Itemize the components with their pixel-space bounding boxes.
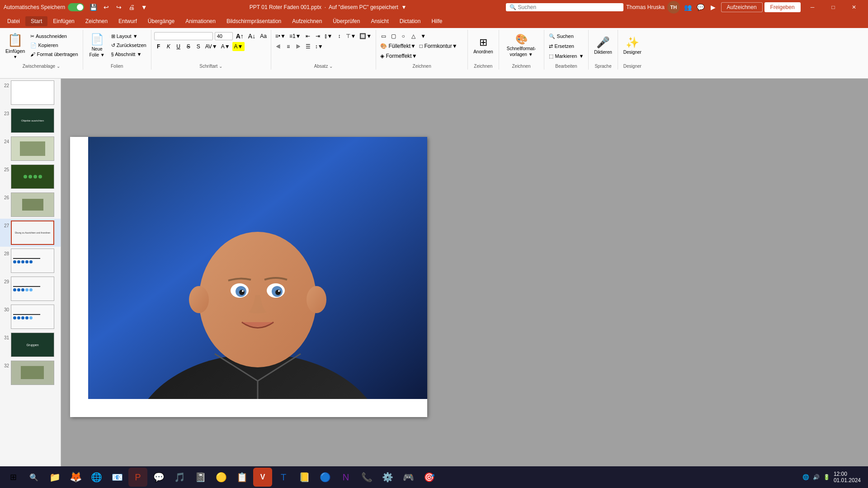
- text-align-top-button[interactable]: ⊤▼: [344, 32, 357, 41]
- game-button[interactable]: 🎮: [399, 468, 418, 487]
- undo-icon[interactable]: ↩: [100, 1, 113, 14]
- music-button[interactable]: 🎵: [170, 468, 189, 487]
- strikethrough-button[interactable]: S: [184, 42, 193, 51]
- markieren-button[interactable]: ⬚ Markieren ▼: [547, 52, 586, 61]
- clipboard-taskbar-button[interactable]: 📋: [232, 468, 251, 487]
- ersetzen-button[interactable]: ⇄ Ersetzen: [547, 42, 576, 51]
- increase-indent-button[interactable]: ⇥: [313, 32, 322, 41]
- start-button[interactable]: ⊞: [4, 468, 23, 487]
- menu-bildschirm[interactable]: Bildschirmpräsentation: [221, 16, 287, 26]
- menu-uebergaenge[interactable]: Übergänge: [142, 16, 180, 26]
- formkontur-button[interactable]: □ Formkontur▼: [418, 42, 459, 51]
- shape-more-button[interactable]: ▼: [419, 32, 428, 41]
- minimize-button[interactable]: ─: [802, 0, 823, 14]
- menu-hilfe[interactable]: Hilfe: [426, 16, 448, 26]
- menu-aufzeichnen[interactable]: Aufzeichnen: [287, 16, 327, 26]
- onenote-button[interactable]: N: [336, 468, 355, 487]
- menu-start[interactable]: Start: [25, 16, 47, 26]
- search-box[interactable]: 🔍: [506, 3, 623, 11]
- highlight-button[interactable]: A▼: [232, 42, 245, 51]
- settings-taskbar-button[interactable]: ⚙️: [378, 468, 397, 487]
- decrease-font-button[interactable]: A↓: [247, 32, 257, 41]
- slide-item-31[interactable]: 31 Gruppen: [0, 331, 61, 359]
- present-icon[interactable]: ▶: [707, 1, 719, 14]
- slide-panel[interactable]: 22 23 Objekte ausrichten 24 25: [0, 79, 61, 475]
- slide-item-28[interactable]: 28: [0, 247, 61, 275]
- underline-button[interactable]: U: [174, 42, 183, 51]
- align-left-button[interactable]: ⫷: [274, 42, 283, 51]
- formeffekt-button[interactable]: ◈ Formeffekt▼: [379, 52, 418, 61]
- comments-icon[interactable]: 💬: [694, 1, 707, 14]
- chrome-button[interactable]: 🌐: [87, 468, 106, 487]
- designer-button[interactable]: ✨ Designer: [621, 32, 644, 59]
- columns-button[interactable]: ⫿▼: [323, 32, 334, 41]
- app3-button[interactable]: 📒: [295, 468, 314, 487]
- align-right-button[interactable]: ⫸: [294, 42, 303, 51]
- maximize-button[interactable]: □: [823, 0, 844, 14]
- line-spacing-button[interactable]: ↕▼: [314, 42, 325, 51]
- canvas-area[interactable]: Übung zu Aus: [61, 79, 868, 475]
- shadow-button[interactable]: S: [194, 42, 203, 51]
- chat-button[interactable]: 💬: [149, 468, 168, 487]
- anordnen-button[interactable]: ⊞ Anordnen: [471, 32, 495, 59]
- files-button[interactable]: 📁: [45, 468, 64, 487]
- bold-button[interactable]: F: [154, 42, 163, 51]
- font-size-input[interactable]: [215, 32, 233, 40]
- align-center-button[interactable]: ≡: [284, 42, 293, 51]
- slide-item-25[interactable]: 25: [0, 163, 61, 191]
- shape-rect-button[interactable]: ▭: [379, 32, 388, 41]
- aufzeichnen-button[interactable]: Aufzeichnen: [721, 2, 763, 12]
- justify-button[interactable]: ☰: [304, 42, 313, 51]
- smartart-button[interactable]: 🔲▼: [358, 32, 373, 41]
- print-icon[interactable]: 🖨: [125, 1, 138, 14]
- firefox-button[interactable]: 🦊: [66, 468, 85, 487]
- slide-item-32[interactable]: 32: [0, 359, 61, 387]
- increase-font-button[interactable]: A↑: [235, 32, 245, 41]
- suchen-button[interactable]: 🔍 Suchen: [547, 32, 576, 41]
- shape-rounded-button[interactable]: ▢: [389, 32, 398, 41]
- powerpoint-button[interactable]: P: [128, 468, 147, 487]
- neue-folie-button[interactable]: 📄 Neue Folie ▼: [86, 32, 108, 59]
- slide-item-30[interactable]: 30: [0, 303, 61, 331]
- fuelleffekt-button[interactable]: 🎨 Fülleffekt▼: [379, 42, 417, 51]
- phone-button[interactable]: 📞: [357, 468, 376, 487]
- schnellformat-button[interactable]: 🎨 Schnellformat- vorlagen ▼: [504, 32, 538, 59]
- numbering-button[interactable]: ≡1▼: [288, 32, 302, 41]
- zuruecksetzen-button[interactable]: ↺ Zurücksetzen: [109, 41, 148, 50]
- slide-item-23[interactable]: 23 Objekte ausrichten: [0, 107, 61, 135]
- kopieren-button[interactable]: 📄 Kopieren: [28, 41, 80, 50]
- ausschneiden-button[interactable]: ✂ Ausschneiden: [28, 32, 80, 41]
- notes-taskbar-button[interactable]: 📓: [191, 468, 210, 487]
- font-name-input[interactable]: [154, 32, 213, 40]
- menu-zeichnen[interactable]: Zeichnen: [80, 16, 113, 26]
- sticky-notes-button[interactable]: 🟡: [212, 468, 231, 487]
- clear-format-button[interactable]: Aa: [259, 32, 268, 41]
- text-direction-button[interactable]: ↕: [335, 32, 344, 41]
- freigeben-button[interactable]: Freigeben: [764, 2, 801, 12]
- app2-button[interactable]: T: [274, 468, 293, 487]
- app5-button[interactable]: 🎯: [420, 468, 439, 487]
- diktieren-button[interactable]: 🎤 Diktieren: [591, 32, 614, 59]
- search-taskbar-button[interactable]: 🔍: [24, 468, 43, 487]
- menu-ansicht[interactable]: Ansicht: [365, 16, 394, 26]
- font-color-button[interactable]: A▼: [220, 42, 231, 51]
- format-uebertragen-button[interactable]: 🖌 Format übertragen: [28, 50, 80, 59]
- einfuegen-button[interactable]: 📋 Einfügen ▼: [3, 32, 28, 60]
- slide-item-26[interactable]: 26: [0, 191, 61, 219]
- layout-button[interactable]: ⊞ Layout ▼: [109, 32, 148, 41]
- search-input[interactable]: [518, 4, 609, 10]
- menu-datei[interactable]: Datei: [2, 16, 25, 26]
- redo-icon[interactable]: ↪: [113, 1, 125, 14]
- close-button[interactable]: ✕: [844, 0, 864, 14]
- autosave-toggle[interactable]: [68, 3, 84, 11]
- char-spacing-button[interactable]: AV▼: [204, 42, 219, 51]
- menu-animationen[interactable]: Animationen: [180, 16, 221, 26]
- menu-entwurf[interactable]: Entwurf: [113, 16, 142, 26]
- customize-icon[interactable]: ▼: [138, 1, 151, 14]
- italic-button[interactable]: K: [164, 42, 173, 51]
- bullets-button[interactable]: ≡•▼: [274, 32, 287, 41]
- menu-einfuegen[interactable]: Einfügen: [47, 16, 80, 26]
- menu-ueberpruefen[interactable]: Überprüfen: [327, 16, 365, 26]
- decrease-indent-button[interactable]: ⇤: [303, 32, 312, 41]
- slide-item-29[interactable]: 29: [0, 275, 61, 303]
